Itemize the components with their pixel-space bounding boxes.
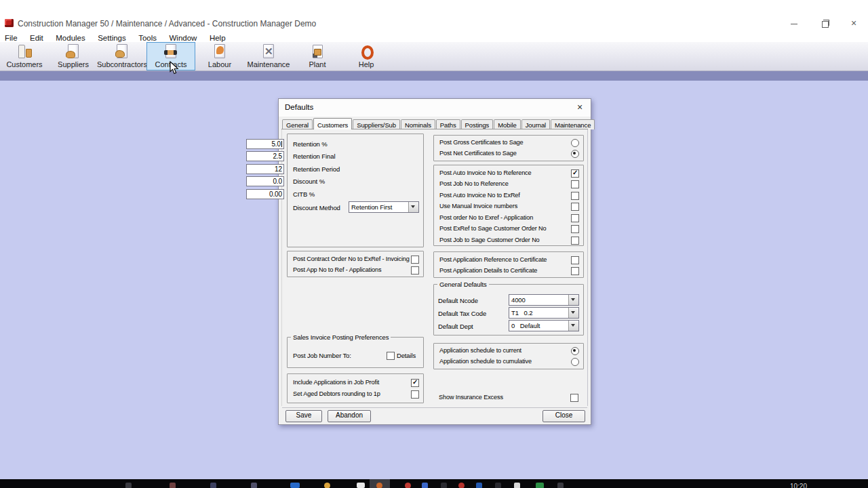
post-job-number-label: Post Job Number To: — [293, 352, 351, 359]
toolbar-labour[interactable]: Labour — [195, 42, 244, 70]
option-row: Post Net Certificates to Sage — [434, 149, 583, 159]
retention-final-input[interactable]: 2.5 — [246, 151, 284, 161]
tab-journal[interactable]: Journal — [521, 119, 550, 129]
checkbox-post-job-no-to-reference[interactable] — [571, 180, 579, 188]
checkbox-details[interactable] — [387, 352, 395, 360]
taskbar-app-icon[interactable] — [557, 483, 564, 488]
tab-paths[interactable]: Paths — [436, 119, 460, 129]
toolbar-label: Plant — [309, 60, 326, 68]
general-defaults-group: General Defaults Default Ncode 4000 Defa… — [433, 284, 584, 336]
option-row: Post Contract Order No to ExRef - Invoic… — [288, 255, 423, 264]
checkbox-post-auto-invoice-to-exref[interactable] — [571, 192, 579, 200]
taskbar-app-icon[interactable] — [536, 483, 544, 488]
taskbar-app-icon[interactable] — [514, 483, 520, 488]
save-button[interactable]: Save — [285, 410, 322, 422]
option-row: Post Application Reference to Certificat… — [434, 256, 583, 265]
text-caret — [281, 141, 282, 147]
option-row: Set Aged Debtors rounding to 1p — [288, 390, 423, 399]
option-row: Post App No to Ref - Applications — [288, 266, 423, 275]
chevron-down-icon[interactable] — [408, 202, 418, 212]
minimize-button[interactable] — [789, 18, 799, 28]
close-dialog-button[interactable]: Close — [542, 410, 585, 422]
taskbar-app-icon[interactable] — [441, 483, 447, 488]
option-row: Use Manual Invoice numbers — [434, 202, 583, 211]
checkbox-post-order-no-to-exref[interactable] — [571, 214, 579, 222]
header-strip — [0, 71, 868, 81]
post-auto-invoice-ref-label: Post Auto Invoice No to Reference — [439, 169, 532, 176]
default-ncode-select[interactable]: 4000 — [509, 294, 579, 306]
taskbar-app-icon[interactable] — [210, 483, 216, 488]
post-net-certificates-label: Post Net Certificates to Sage — [439, 150, 517, 157]
taskbar-app-icon[interactable] — [125, 483, 132, 488]
tab-postings[interactable]: Postings — [461, 119, 494, 129]
option-row: Application schedule to cumulative — [434, 357, 583, 367]
chevron-down-icon[interactable] — [568, 321, 578, 331]
retention-group: Retention % 5.0 Retention Final 2.5 Rete… — [287, 134, 424, 247]
discount-method-label: Discount Method — [293, 204, 340, 211]
tab-general[interactable]: General — [282, 119, 313, 129]
main-toolbar: Customers Suppliers Subcontractors Contr… — [0, 42, 868, 71]
tab-customers[interactable]: Customers — [313, 118, 352, 129]
post-application-reference-label: Post Application Reference to Certificat… — [439, 256, 547, 263]
taskbar-app-icon[interactable] — [405, 483, 411, 488]
radio-post-net-certificates[interactable] — [571, 150, 579, 158]
toolbar-suppliers[interactable]: Suppliers — [49, 42, 98, 70]
checkbox-show-insurance-excess[interactable] — [570, 394, 578, 402]
taskbar-app-icon[interactable] — [290, 483, 300, 488]
maximize-button[interactable] — [821, 18, 830, 28]
taskbar-active-app[interactable] — [370, 479, 390, 488]
close-button[interactable]: × — [849, 18, 859, 28]
chevron-down-icon[interactable] — [568, 308, 578, 318]
retention-percent-input[interactable]: 5.0 — [246, 139, 284, 149]
tab-mobile[interactable]: Mobile — [494, 119, 520, 129]
include-applications-label: Include Applications in Job Profit — [293, 379, 379, 386]
checkbox-post-job-to-sage-order[interactable] — [571, 237, 579, 245]
default-dept-select[interactable]: 0 Default — [509, 320, 579, 331]
tab-nominals[interactable]: Nominals — [401, 119, 435, 129]
retention-final-label: Retention Final — [293, 152, 335, 160]
tab-suppliers-sub[interactable]: Suppliers/Sub — [353, 119, 400, 129]
taskbar-app-icon[interactable] — [251, 483, 257, 488]
retention-period-input[interactable]: 12 — [246, 164, 284, 174]
checkbox-post-contract-order-no[interactable] — [411, 256, 419, 264]
job-profit-group: Include Applications in Job Profit Set A… — [287, 373, 424, 403]
citb-percent-input[interactable]: 0.00 — [246, 189, 284, 199]
post-order-no-exref-label: Post order No to Exref - Application — [439, 214, 533, 221]
checkbox-include-applications[interactable] — [411, 379, 419, 387]
dialog-close-button[interactable]: × — [575, 102, 585, 113]
taskbar-app-icon[interactable] — [170, 483, 176, 488]
radio-schedule-to-cumulative[interactable] — [571, 358, 579, 366]
toolbar-help[interactable]: Help — [342, 42, 391, 70]
toolbar-customers[interactable]: Customers — [0, 42, 49, 70]
toolbar-subcontractors[interactable]: Subcontractors — [98, 42, 146, 70]
taskbar-app-icon[interactable] — [422, 483, 428, 488]
default-tax-code-select[interactable]: T1 0.2 — [509, 307, 579, 319]
radio-schedule-to-current[interactable] — [571, 347, 579, 355]
checkbox-post-application-details[interactable] — [571, 267, 579, 275]
checkbox-post-exref-to-sage-order[interactable] — [571, 225, 579, 233]
toolbar-maintenance[interactable]: Maintenance — [244, 42, 293, 70]
discount-method-select[interactable]: Retention First — [349, 201, 419, 213]
checkbox-post-app-no-to-ref[interactable] — [411, 266, 419, 274]
checkbox-post-application-reference[interactable] — [571, 256, 579, 264]
taskbar-app-icon[interactable] — [458, 483, 465, 488]
checkbox-use-manual-invoice-numbers[interactable] — [571, 203, 579, 211]
taskbar-app-icon[interactable] — [495, 483, 501, 488]
post-app-no-label: Post App No to Ref - Applications — [293, 266, 381, 273]
radio-post-gross-certificates[interactable] — [571, 139, 579, 147]
option-row: Application schedule to current — [434, 346, 583, 356]
toolbar-plant[interactable]: Plant — [293, 42, 342, 70]
checkbox-aged-debtors-rounding[interactable] — [411, 390, 419, 399]
checkbox-post-auto-invoice-to-reference[interactable] — [571, 169, 579, 178]
toolbar-label: Maintenance — [248, 60, 290, 68]
option-row: Include Applications in Job Profit — [288, 378, 423, 388]
taskbar-app-icon[interactable] — [324, 483, 330, 488]
chevron-down-icon[interactable] — [568, 295, 578, 305]
taskbar-app-icon[interactable] — [476, 483, 482, 488]
post-contract-order-label: Post Contract Order No to ExRef - Invoic… — [293, 256, 410, 262]
discount-percent-input[interactable]: 0.0 — [246, 176, 284, 186]
tab-maintenance[interactable]: Maintenance — [551, 119, 595, 129]
abandon-button[interactable]: Abandon — [328, 410, 371, 422]
taskbar-app-icon[interactable] — [357, 483, 365, 488]
defaults-dialog: Defaults × General Customers Suppliers/S… — [278, 98, 591, 425]
